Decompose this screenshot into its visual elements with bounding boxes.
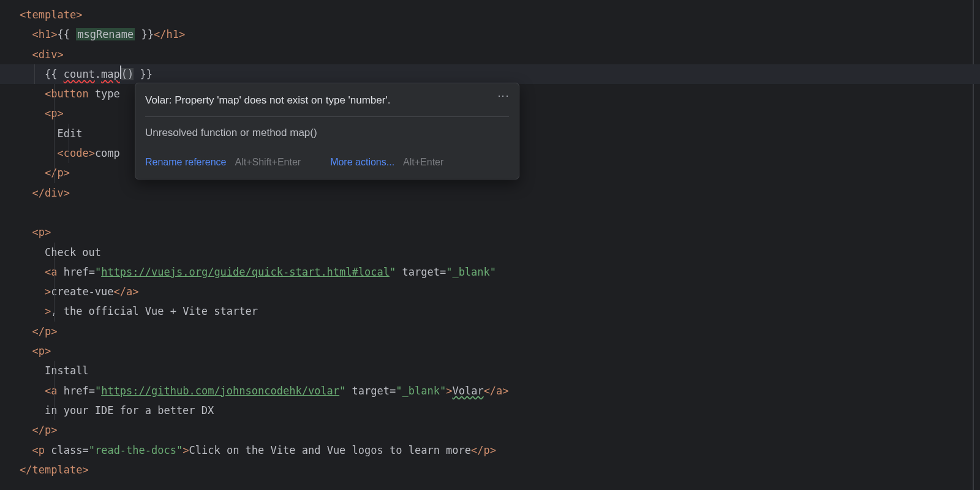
more-icon[interactable]: ⋮: [498, 91, 509, 101]
shortcut-label: Alt+Shift+Enter: [235, 153, 301, 172]
code-line-active[interactable]: {{ count.map() }}: [0, 64, 980, 84]
shortcut-label: Alt+Enter: [403, 153, 443, 172]
code-line[interactable]: >create-vue</a>: [20, 282, 973, 301]
code-editor[interactable]: <template> <h1>{{ msgRename }}</h1> <div…: [0, 0, 974, 490]
code-line[interactable]: <a href="https://github.com/johnsoncodeh…: [20, 381, 973, 401]
code-line[interactable]: >, the official Vue + Vite starter: [20, 301, 973, 321]
code-line[interactable]: <div>: [20, 45, 973, 64]
code-line[interactable]: </p>: [20, 322, 973, 341]
code-line[interactable]: in your IDE for a better DX: [20, 401, 973, 420]
code-line[interactable]: [20, 203, 973, 222]
code-line[interactable]: Install: [20, 361, 973, 380]
more-actions-link[interactable]: More actions...: [330, 153, 394, 172]
code-line[interactable]: <p>: [20, 222, 973, 242]
code-line[interactable]: </div>: [20, 183, 973, 203]
code-line[interactable]: <template>: [20, 5, 973, 24]
code-line[interactable]: <h1>{{ msgRename }}</h1>: [20, 24, 973, 44]
code-line[interactable]: <p class="read-the-docs">Click on the Vi…: [20, 440, 973, 460]
code-line[interactable]: <p>: [20, 341, 973, 361]
code-line[interactable]: Check out: [20, 243, 973, 262]
code-line[interactable]: </p>: [20, 420, 973, 440]
code-line[interactable]: <a href="https://vuejs.org/guide/quick-s…: [20, 262, 973, 282]
error-message-secondary: Unresolved function or method map(): [145, 117, 509, 145]
rename-reference-link[interactable]: Rename reference: [145, 153, 227, 172]
error-message-primary: Volar: Property 'map' does not exist on …: [145, 91, 390, 110]
code-line[interactable]: </template>: [20, 460, 973, 480]
error-tooltip: Volar: Property 'map' does not exist on …: [135, 83, 519, 179]
